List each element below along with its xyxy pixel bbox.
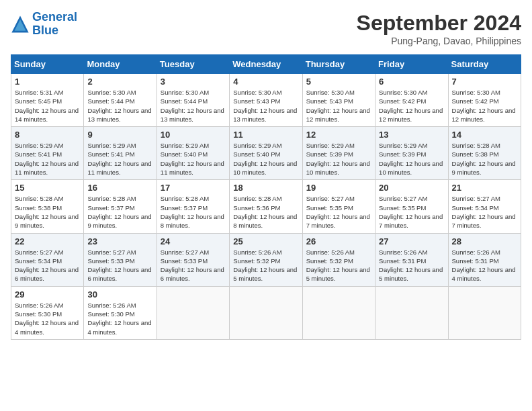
calendar-cell: 9 Sunrise: 5:29 AM Sunset: 5:41 PM Dayli… (84, 127, 157, 180)
page-header: General Blue September 2024 Pung-Pang, D… (11, 11, 521, 46)
calendar-cell: 7 Sunrise: 5:30 AM Sunset: 5:42 PM Dayli… (448, 74, 521, 127)
logo: General Blue (11, 11, 77, 38)
calendar-cell: 14 Sunrise: 5:28 AM Sunset: 5:38 PM Dayl… (448, 127, 521, 180)
calendar-cell: 21 Sunrise: 5:27 AM Sunset: 5:34 PM Dayl… (448, 180, 521, 233)
day-number: 4 (233, 77, 298, 87)
calendar-cell: 1 Sunrise: 5:31 AM Sunset: 5:45 PM Dayli… (11, 74, 84, 127)
day-info: Sunrise: 5:29 AM Sunset: 5:40 PM Dayligh… (233, 141, 298, 177)
calendar-cell: 17 Sunrise: 5:28 AM Sunset: 5:37 PM Dayl… (157, 180, 229, 233)
day-info: Sunrise: 5:29 AM Sunset: 5:39 PM Dayligh… (306, 141, 371, 177)
day-number: 21 (452, 183, 517, 193)
day-info: Sunrise: 5:29 AM Sunset: 5:39 PM Dayligh… (379, 141, 444, 177)
day-number: 14 (452, 130, 517, 140)
calendar-cell: 6 Sunrise: 5:30 AM Sunset: 5:42 PM Dayli… (375, 74, 448, 127)
day-info: Sunrise: 5:27 AM Sunset: 5:34 PM Dayligh… (15, 248, 80, 283)
calendar-cell: 26 Sunrise: 5:26 AM Sunset: 5:32 PM Dayl… (302, 233, 375, 286)
day-number: 24 (161, 236, 226, 246)
day-number: 23 (87, 236, 152, 246)
calendar-cell: 29 Sunrise: 5:26 AM Sunset: 5:30 PM Dayl… (11, 286, 84, 339)
calendar-cell: 28 Sunrise: 5:26 AM Sunset: 5:31 PM Dayl… (448, 233, 521, 286)
calendar-cell: 22 Sunrise: 5:27 AM Sunset: 5:34 PM Dayl… (11, 233, 84, 286)
day-info: Sunrise: 5:31 AM Sunset: 5:45 PM Dayligh… (15, 88, 80, 124)
calendar-cell: 8 Sunrise: 5:29 AM Sunset: 5:41 PM Dayli… (11, 127, 84, 180)
day-info: Sunrise: 5:28 AM Sunset: 5:37 PM Dayligh… (161, 194, 226, 230)
day-info: Sunrise: 5:28 AM Sunset: 5:36 PM Dayligh… (233, 194, 298, 230)
calendar-week-2: 8 Sunrise: 5:29 AM Sunset: 5:41 PM Dayli… (11, 127, 521, 180)
day-number: 30 (87, 289, 152, 300)
day-number: 12 (306, 130, 371, 140)
day-number: 10 (161, 130, 226, 140)
day-info: Sunrise: 5:26 AM Sunset: 5:30 PM Dayligh… (87, 301, 152, 336)
day-info: Sunrise: 5:30 AM Sunset: 5:44 PM Dayligh… (161, 88, 226, 124)
calendar-subtitle: Pung-Pang, Davao, Philippines (357, 36, 521, 46)
calendar-cell (375, 286, 448, 339)
day-number: 2 (87, 77, 152, 87)
day-info: Sunrise: 5:26 AM Sunset: 5:32 PM Dayligh… (306, 248, 371, 283)
day-number: 19 (306, 183, 371, 193)
day-number: 18 (233, 183, 298, 193)
column-header-monday: Monday (84, 55, 157, 74)
day-info: Sunrise: 5:28 AM Sunset: 5:38 PM Dayligh… (452, 141, 517, 177)
day-number: 7 (452, 77, 517, 87)
calendar-cell: 15 Sunrise: 5:28 AM Sunset: 5:38 PM Dayl… (11, 180, 84, 233)
day-info: Sunrise: 5:28 AM Sunset: 5:38 PM Dayligh… (15, 194, 80, 230)
day-info: Sunrise: 5:28 AM Sunset: 5:37 PM Dayligh… (87, 194, 152, 230)
calendar-week-1: 1 Sunrise: 5:31 AM Sunset: 5:45 PM Dayli… (11, 74, 521, 127)
calendar-cell: 30 Sunrise: 5:26 AM Sunset: 5:30 PM Dayl… (84, 286, 157, 339)
calendar-cell: 5 Sunrise: 5:30 AM Sunset: 5:43 PM Dayli… (302, 74, 375, 127)
calendar-cell: 12 Sunrise: 5:29 AM Sunset: 5:39 PM Dayl… (302, 127, 375, 180)
column-header-wednesday: Wednesday (230, 55, 302, 74)
day-number: 22 (15, 236, 80, 246)
day-number: 3 (161, 77, 226, 87)
calendar-week-5: 29 Sunrise: 5:26 AM Sunset: 5:30 PM Dayl… (11, 286, 521, 339)
calendar-cell: 10 Sunrise: 5:29 AM Sunset: 5:40 PM Dayl… (157, 127, 229, 180)
day-number: 13 (379, 130, 444, 140)
calendar-cell: 25 Sunrise: 5:26 AM Sunset: 5:32 PM Dayl… (230, 233, 302, 286)
logo-blue: Blue (32, 24, 58, 37)
title-area: September 2024 Pung-Pang, Davao, Philipp… (357, 11, 521, 46)
calendar-cell: 2 Sunrise: 5:30 AM Sunset: 5:44 PM Dayli… (84, 74, 157, 127)
calendar-cell: 4 Sunrise: 5:30 AM Sunset: 5:43 PM Dayli… (230, 74, 302, 127)
calendar-cell: 11 Sunrise: 5:29 AM Sunset: 5:40 PM Dayl… (230, 127, 302, 180)
day-number: 1 (15, 77, 80, 87)
day-info: Sunrise: 5:27 AM Sunset: 5:35 PM Dayligh… (306, 194, 371, 230)
day-info: Sunrise: 5:30 AM Sunset: 5:42 PM Dayligh… (452, 88, 517, 124)
calendar-cell: 23 Sunrise: 5:27 AM Sunset: 5:33 PM Dayl… (84, 233, 157, 286)
day-number: 16 (87, 183, 152, 193)
day-number: 11 (233, 130, 298, 140)
day-info: Sunrise: 5:30 AM Sunset: 5:43 PM Dayligh… (306, 88, 371, 124)
calendar-cell: 13 Sunrise: 5:29 AM Sunset: 5:39 PM Dayl… (375, 127, 448, 180)
day-info: Sunrise: 5:27 AM Sunset: 5:33 PM Dayligh… (87, 248, 152, 283)
day-info: Sunrise: 5:26 AM Sunset: 5:31 PM Dayligh… (452, 248, 517, 283)
calendar-cell (157, 286, 229, 339)
calendar-cell: 3 Sunrise: 5:30 AM Sunset: 5:44 PM Dayli… (157, 74, 229, 127)
calendar-cell: 20 Sunrise: 5:27 AM Sunset: 5:35 PM Dayl… (375, 180, 448, 233)
calendar-cell (302, 286, 375, 339)
column-header-saturday: Saturday (448, 55, 521, 74)
day-number: 9 (87, 130, 152, 140)
day-info: Sunrise: 5:27 AM Sunset: 5:33 PM Dayligh… (161, 248, 226, 283)
day-info: Sunrise: 5:26 AM Sunset: 5:31 PM Dayligh… (379, 248, 444, 283)
calendar-header-row: SundayMondayTuesdayWednesdayThursdayFrid… (11, 55, 521, 74)
day-number: 26 (306, 236, 371, 246)
day-info: Sunrise: 5:30 AM Sunset: 5:43 PM Dayligh… (233, 88, 298, 124)
calendar-cell: 18 Sunrise: 5:28 AM Sunset: 5:36 PM Dayl… (230, 180, 302, 233)
logo-icon (11, 15, 30, 34)
calendar-cell: 19 Sunrise: 5:27 AM Sunset: 5:35 PM Dayl… (302, 180, 375, 233)
day-number: 27 (379, 236, 444, 246)
logo-text: General Blue (32, 11, 77, 38)
calendar-cell: 24 Sunrise: 5:27 AM Sunset: 5:33 PM Dayl… (157, 233, 229, 286)
day-number: 17 (161, 183, 226, 193)
day-number: 29 (15, 289, 80, 300)
column-header-sunday: Sunday (11, 55, 84, 74)
calendar-cell: 27 Sunrise: 5:26 AM Sunset: 5:31 PM Dayl… (375, 233, 448, 286)
day-info: Sunrise: 5:26 AM Sunset: 5:32 PM Dayligh… (233, 248, 298, 283)
column-header-friday: Friday (375, 55, 448, 74)
day-info: Sunrise: 5:27 AM Sunset: 5:35 PM Dayligh… (379, 194, 444, 230)
day-number: 25 (233, 236, 298, 246)
day-number: 8 (15, 130, 80, 140)
calendar-table: SundayMondayTuesdayWednesdayThursdayFrid… (11, 54, 521, 340)
column-header-tuesday: Tuesday (157, 55, 229, 74)
column-header-thursday: Thursday (302, 55, 375, 74)
day-info: Sunrise: 5:29 AM Sunset: 5:41 PM Dayligh… (15, 141, 80, 177)
